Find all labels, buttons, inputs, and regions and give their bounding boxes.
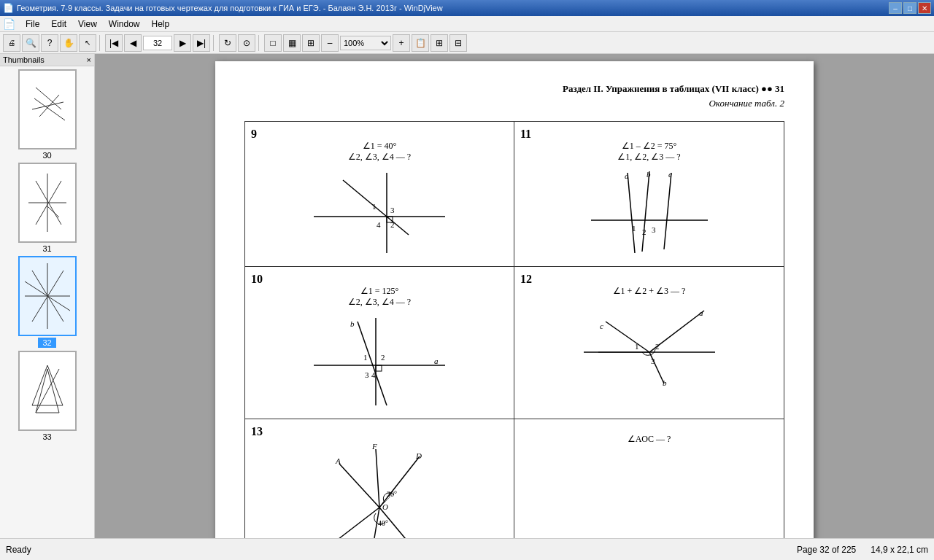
svg-text:b: b [350, 319, 355, 328]
toolbar-first-page[interactable]: |◀ [105, 34, 123, 52]
toolbar-select[interactable]: ↖ [79, 34, 96, 52]
svg-text:c: c [668, 170, 672, 179]
ex10-problem: ∠1 = 125°∠2, ∠3, ∠4 — ? [251, 286, 508, 308]
toolbar-zoom-in[interactable]: + [393, 34, 410, 52]
toolbar-zoom-out[interactable]: – [321, 34, 339, 52]
svg-text:3: 3 [390, 206, 395, 214]
exercise-10: 10 ∠1 = 125°∠2, ∠3, ∠4 — ? [245, 267, 514, 419]
menu-view[interactable]: View [72, 18, 103, 31]
svg-text:2: 2 [655, 342, 660, 351]
document-page: Раздел II. Упражнения в таблицах (VII кл… [215, 61, 814, 538]
thumb-label-32: 32 [38, 338, 55, 348]
toolbar-icon1: 🖨 [3, 34, 20, 52]
ex9-problem: ∠1 = 40°∠2, ∠3, ∠4 — ? [251, 141, 508, 163]
toolbar-sep2 [213, 35, 216, 51]
thumb-box-30 [18, 69, 77, 149]
thumb-page-32[interactable]: 32 [18, 256, 77, 348]
ex9-num: 9 [251, 128, 508, 141]
page-header: Раздел II. Упражнения в таблицах (VII кл… [244, 83, 784, 95]
svg-text:b: b [647, 170, 651, 179]
toolbar: 🖨 🔍 ? ✋ ↖ |◀ ◀ 32 ▶ ▶| ↻ ⊙ □ ▦ ⊞ – 100% … [0, 32, 934, 54]
statusbar: Ready Page 32 of 225 14,9 x 22,1 cm [0, 538, 934, 560]
sidebar-close[interactable]: × [87, 55, 91, 64]
thumb-page-31[interactable]: 31 [18, 163, 77, 253]
svg-text:a: a [625, 171, 629, 180]
menubar: 📄 File Edit View Window Help [0, 16, 934, 32]
toolbar-icon5[interactable]: ⊟ [449, 34, 467, 52]
maximize-button[interactable]: □ [903, 2, 916, 14]
thumb-page-30[interactable]: 30 [18, 69, 77, 160]
zoom-select[interactable]: 100% 75% 125% 150% [340, 36, 391, 50]
ex9-diagram: 1 4 2 3 [251, 166, 508, 260]
thumb-box-31 [18, 163, 77, 243]
thumb-label-33: 33 [42, 432, 51, 441]
toolbar-refresh[interactable]: ↻ [219, 34, 236, 52]
exercise-11: 11 ∠1 – ∠2 = 75°∠1, ∠2, ∠3 — ? [514, 122, 784, 267]
thumb-box-32 [18, 256, 77, 336]
exercise-13: 13 [245, 419, 514, 538]
exercise-9: 9 ∠1 = 40°∠2, ∠3, ∠4 — ? [245, 122, 514, 267]
exercise-12: 12 ∠1 + ∠2 + ∠3 — ? [514, 267, 784, 419]
svg-text:1: 1 [632, 224, 636, 233]
toolbar-view3[interactable]: ⊞ [302, 34, 320, 52]
svg-text:3: 3 [651, 357, 655, 365]
svg-line-60 [332, 508, 379, 538]
thumbnail-list: 30 31 [0, 66, 94, 444]
page-subheader: Окончание табл. 2 [244, 98, 784, 109]
svg-text:A: A [335, 456, 341, 465]
titlebar-controls: – □ ✕ [889, 2, 931, 14]
sidebar: Thumbnails × 30 [0, 54, 95, 538]
toolbar-prev-page[interactable]: ◀ [124, 34, 142, 52]
toolbar-view1[interactable]: □ [264, 34, 282, 52]
svg-text:3: 3 [652, 225, 656, 234]
toolbar-icon4[interactable]: ⊞ [431, 34, 448, 52]
menu-file[interactable]: File [20, 18, 45, 31]
toolbar-sep1 [99, 35, 102, 51]
menu-window[interactable]: Window [103, 18, 146, 31]
toolbar-view2[interactable]: ▦ [283, 34, 301, 52]
toolbar-next-page[interactable]: ▶ [174, 34, 191, 52]
svg-text:b: b [663, 378, 667, 387]
svg-text:2: 2 [390, 220, 395, 229]
exercise-13-problem: ∠AOC — ? [514, 419, 784, 538]
svg-text:a: a [434, 357, 439, 365]
toolbar-hand[interactable]: ✋ [60, 34, 77, 52]
svg-rect-0 [21, 73, 74, 146]
sidebar-header: Thumbnails × [0, 54, 94, 66]
svg-text:1: 1 [635, 342, 639, 351]
ex11-num: 11 [520, 128, 778, 141]
thumb-box-33 [18, 351, 77, 431]
page-number-input[interactable]: 32 [143, 36, 172, 50]
svg-text:1: 1 [372, 202, 377, 211]
svg-text:1: 1 [363, 353, 368, 362]
toolbar-stop[interactable]: ⊙ [238, 34, 255, 52]
thumb-page-33[interactable]: 33 [18, 351, 77, 441]
exercise-13-wrapper: 13 [244, 419, 784, 538]
menu-help[interactable]: Help [146, 18, 176, 31]
content-area[interactable]: Раздел II. Упражнения в таблицах (VII кл… [95, 54, 934, 538]
ex12-diagram: a c b 1 2 3 [520, 300, 778, 402]
ex12-num: 12 [520, 273, 778, 286]
window-title: Геометрия. 7-9 классы. Задачи на готовых… [17, 4, 443, 12]
statusbar-right: Page 32 of 225 14,9 x 22,1 cm [797, 545, 928, 555]
ex10-diagram: b a 1 2 3 4 [251, 311, 508, 413]
svg-line-29 [628, 173, 635, 253]
svg-text:a: a [699, 308, 703, 317]
exercise-grid-top: 9 ∠1 = 40°∠2, ∠3, ∠4 — ? [244, 121, 784, 419]
thumb-label-30: 30 [42, 151, 51, 160]
close-button[interactable]: ✕ [918, 2, 931, 14]
svg-text:2: 2 [642, 228, 647, 236]
svg-rect-42 [376, 365, 382, 371]
toolbar-copy[interactable]: 📋 [412, 34, 429, 52]
toolbar-last-page[interactable]: ▶| [193, 34, 210, 52]
thumb-label-31: 31 [42, 244, 51, 253]
svg-text:F: F [371, 442, 377, 451]
menu-edit[interactable]: Edit [45, 18, 72, 31]
svg-text:30°: 30° [387, 490, 397, 498]
svg-text:40°: 40° [378, 519, 388, 527]
page-dimensions: 14,9 x 22,1 cm [871, 545, 928, 555]
ex13-num: 13 [251, 425, 508, 438]
minimize-button[interactable]: – [889, 2, 902, 14]
toolbar-icon3: ? [41, 34, 58, 52]
svg-line-31 [664, 173, 671, 249]
